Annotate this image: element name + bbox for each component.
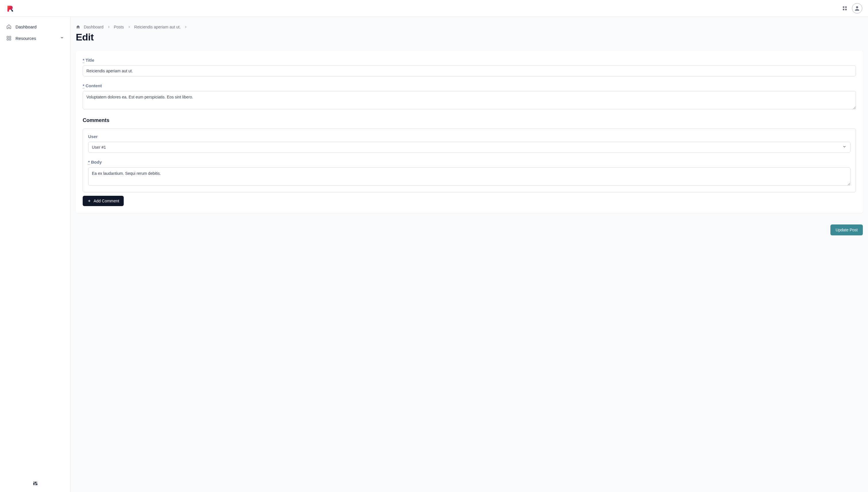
content-label: * Content [83,83,856,88]
breadcrumb-link-posts[interactable]: Posts [114,25,124,29]
svg-point-4 [856,6,858,8]
svg-rect-7 [7,39,8,40]
comments-heading: Comments [83,117,856,123]
plus-icon [87,199,91,203]
add-comment-button[interactable]: Add Comment [83,196,124,206]
title-label: * Title [83,58,856,63]
body-field[interactable]: Ea ex laudantium. Sequi rerum debitis. [88,167,850,186]
apps-icon[interactable] [842,6,847,11]
update-post-button[interactable]: Update Post [830,224,863,236]
sidebar-item-resources[interactable]: Resources [3,33,68,44]
comment-item: User User #1 * Bod [83,129,856,192]
svg-rect-8 [9,39,11,40]
content-field[interactable]: Voluptatem dolores ea. Est eum perspicia… [83,91,856,109]
settings-sliders-icon[interactable] [32,481,38,486]
svg-rect-3 [845,8,847,10]
svg-rect-1 [845,6,847,8]
avatar[interactable] [852,3,862,14]
svg-rect-6 [9,36,11,38]
sidebar: Dashboard Resources [0,17,71,492]
breadcrumb: Dashboard Posts Reiciendis aperiam aut u… [76,25,863,29]
chevron-right-icon [107,25,110,29]
sidebar-item-dashboard[interactable]: Dashboard [3,21,68,32]
home-icon [6,24,11,29]
breadcrumb-link-current[interactable]: Reiciendis aperiam aut ut. [134,25,181,29]
chevron-right-icon [127,25,131,29]
svg-point-13 [35,482,35,483]
chevron-right-icon [184,25,188,29]
user-select[interactable]: User #1 [88,142,850,153]
svg-point-12 [33,484,34,484]
page-title: Edit [76,31,863,43]
sidebar-item-label: Resources [16,36,56,41]
edit-form-card: * Title * Content Voluptatem dolores ea.… [76,51,863,213]
grid-icon [6,35,11,41]
topbar [0,0,868,17]
svg-rect-5 [7,36,8,38]
user-label: User [88,134,850,139]
main-content: Dashboard Posts Reiciendis aperiam aut u… [71,17,868,492]
breadcrumb-link-dashboard[interactable]: Dashboard [84,25,104,29]
svg-rect-2 [843,8,844,10]
home-icon[interactable] [76,25,80,29]
title-field[interactable] [83,66,856,76]
sidebar-item-label: Dashboard [16,24,64,29]
chevron-down-icon [60,35,64,41]
svg-rect-0 [843,6,844,8]
body-label: * Body [88,159,850,165]
logo[interactable] [6,4,14,13]
svg-point-14 [36,484,37,485]
